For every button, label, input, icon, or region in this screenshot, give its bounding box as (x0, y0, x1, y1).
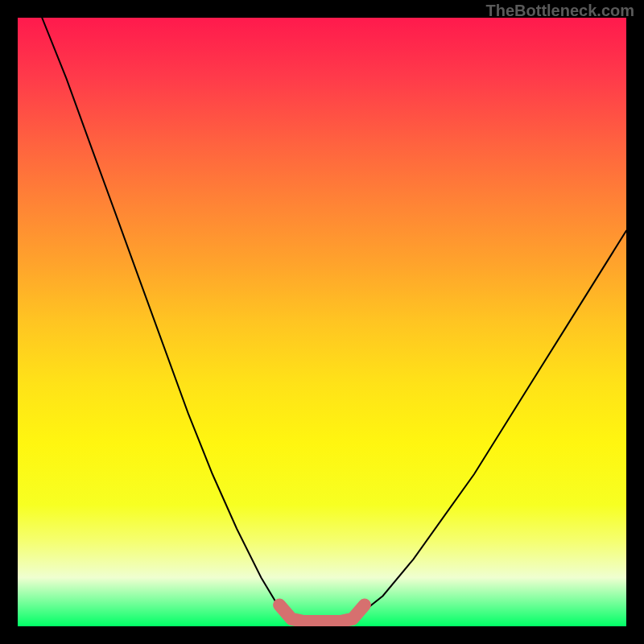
plot-area (18, 18, 626, 626)
chart-container: TheBottleneck.com (0, 0, 644, 644)
right-curve (353, 231, 626, 621)
curve-layer (18, 18, 626, 626)
trough-highlight (279, 605, 365, 622)
left-curve (42, 18, 291, 620)
watermark-text: TheBottleneck.com (486, 2, 634, 20)
